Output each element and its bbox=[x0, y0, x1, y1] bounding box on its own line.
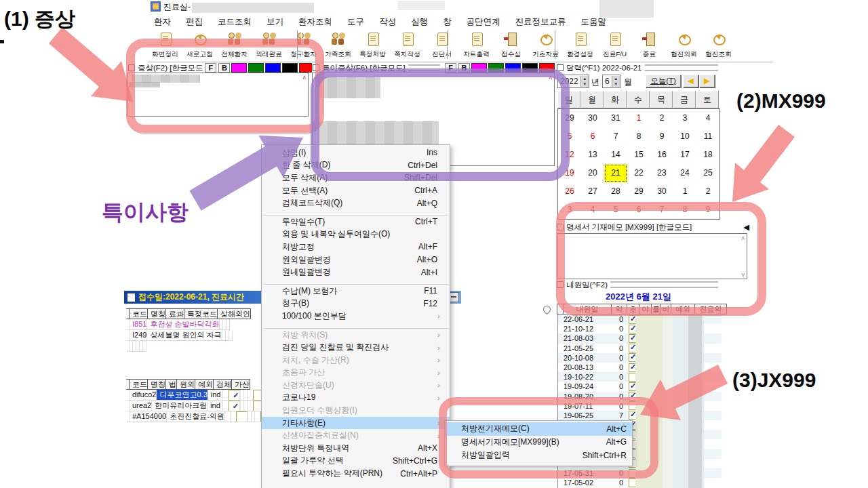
menu-bar-item[interactable]: 환자 bbox=[146, 15, 178, 29]
menu-bar-item[interactable]: 창 bbox=[435, 15, 459, 29]
calendar-day[interactable]: 28 bbox=[604, 182, 627, 201]
calendar-day[interactable]: 16 bbox=[650, 146, 673, 164]
visits-column-header[interactable]: 진료의 bbox=[694, 304, 727, 314]
calendar-day[interactable]: 8 bbox=[673, 201, 696, 219]
prescription-column-header[interactable]: 코드 bbox=[129, 379, 148, 390]
scroll-down-icon[interactable]: ∨ bbox=[741, 272, 745, 277]
visits-column-header[interactable]: 예외 bbox=[671, 304, 695, 314]
calendar-day[interactable]: 5 bbox=[604, 201, 627, 219]
calendar-day[interactable]: 5 bbox=[558, 127, 581, 146]
prescription-column-header[interactable]: 원외 bbox=[176, 379, 195, 390]
calendar-day[interactable]: 1 bbox=[627, 109, 650, 127]
calendar-day[interactable]: 31 bbox=[604, 109, 627, 127]
context-menu-item[interactable]: 청구(B) F12 bbox=[262, 298, 450, 310]
calendar-month-spinner[interactable]: 6▲▼ bbox=[602, 75, 620, 88]
context-menu-item[interactable] bbox=[262, 323, 450, 329]
calendar-day[interactable]: 3 bbox=[558, 201, 581, 219]
calendar-day[interactable]: 23 bbox=[650, 164, 673, 182]
external-rx-checkbox[interactable] bbox=[236, 411, 248, 422]
collapse-left-icon[interactable]: ◀ bbox=[743, 222, 749, 232]
calendar-next-button[interactable]: ▶ bbox=[699, 75, 715, 87]
color-swatch-black[interactable] bbox=[282, 63, 298, 73]
context-menu-item[interactable]: 모두 삭제(A) Shift+Del bbox=[262, 171, 450, 184]
context-menu-item[interactable]: 검체코드삭제(Q) Alt+Q bbox=[262, 197, 450, 209]
calendar-day[interactable]: 14 bbox=[604, 146, 627, 164]
toolbar-button[interactable]: 쪽지작성 bbox=[390, 30, 425, 59]
pin-icon[interactable] bbox=[449, 292, 459, 302]
context-menu-item[interactable]: 기타사항(E) › bbox=[262, 417, 450, 430]
toolbar-button[interactable]: 전체환자 bbox=[217, 30, 252, 59]
submenu-item[interactable]: 처방일괄입력 Shift+Ctrl+R bbox=[445, 449, 632, 462]
calendar-day[interactable]: 11 bbox=[696, 127, 719, 146]
panel-grip-icon[interactable] bbox=[557, 64, 564, 71]
context-menu-item[interactable] bbox=[262, 209, 450, 216]
calendar-day[interactable]: 9 bbox=[650, 127, 673, 146]
toolbar-button[interactable]: 화면정리 bbox=[148, 30, 182, 59]
scroll-up-icon[interactable]: ∧ bbox=[741, 235, 745, 241]
panel-grip-icon[interactable] bbox=[557, 281, 564, 288]
calendar-day[interactable]: 12 bbox=[558, 146, 581, 164]
calendar-prev-button[interactable]: ◀ bbox=[683, 75, 698, 87]
context-menu-item[interactable]: 처치, 수술 가산(R) › bbox=[262, 354, 450, 367]
toolbar-button[interactable]: 청구환자 bbox=[286, 30, 321, 59]
bold-button[interactable]: B bbox=[458, 63, 470, 73]
calendar-day[interactable]: 6 bbox=[581, 127, 604, 146]
panel-grip-icon[interactable] bbox=[128, 64, 135, 71]
context-menu-item[interactable]: 코로나19 › bbox=[262, 392, 450, 405]
visits-column-header[interactable]: 비 bbox=[660, 304, 671, 314]
toolbar-button[interactable]: 접수실 bbox=[494, 30, 528, 59]
symptom-text-area[interactable]: ∧ bbox=[127, 73, 309, 117]
calendar-year-spinner[interactable]: 2022▲▼ bbox=[557, 75, 589, 88]
calendar-day[interactable]: 20 bbox=[581, 164, 604, 182]
context-menu-item[interactable] bbox=[262, 279, 450, 285]
visits-column-header[interactable]: 룰 bbox=[651, 304, 661, 314]
diagnosis-column-header[interactable]: 코드 bbox=[129, 308, 148, 319]
color-swatch-blue[interactable] bbox=[505, 63, 521, 73]
color-swatch-red[interactable] bbox=[539, 63, 555, 73]
prescription-column-header[interactable]: 예외 bbox=[195, 379, 214, 390]
calendar-day[interactable]: 30 bbox=[650, 182, 673, 201]
context-menu-item[interactable]: 일괄 가루약 선택 Shift+Ctrl+G bbox=[262, 455, 450, 468]
external-rx-checkbox[interactable] bbox=[229, 390, 240, 401]
calendar-day[interactable]: 29 bbox=[627, 182, 650, 201]
context-menu-item[interactable]: 외용 및 내복약 실투여일수(O) bbox=[262, 228, 450, 241]
menu-bar-item[interactable]: 코드조회 bbox=[210, 15, 259, 29]
context-menu-item[interactable]: 삽입(I) Ins bbox=[262, 146, 450, 159]
menu-bar-item[interactable]: 도움말 bbox=[574, 15, 614, 29]
context-menu-item[interactable]: 한 줄 삭제(D) Ctrl+Del bbox=[262, 159, 450, 172]
toolbar-button[interactable]: 외래완료 bbox=[252, 30, 286, 59]
context-menu-item[interactable]: 모두 선택(A) Ctrl+A bbox=[262, 184, 450, 197]
color-swatch-magenta[interactable] bbox=[231, 63, 247, 73]
prescription-column-header[interactable]: 명칭 bbox=[147, 379, 166, 390]
calendar-day[interactable]: 9 bbox=[696, 201, 719, 219]
diagnosis-column-header[interactable]: 료과 bbox=[165, 308, 184, 319]
visits-column-header[interactable]: 초 bbox=[627, 304, 639, 314]
calendar-day[interactable]: 25 bbox=[696, 164, 719, 182]
external-rx-checkbox[interactable] bbox=[229, 401, 240, 411]
context-menu-item[interactable]: 원외일괄변경 Alt+O bbox=[262, 253, 450, 266]
panel-grip-icon[interactable] bbox=[557, 224, 564, 230]
context-menu-item[interactable]: 검진 당일 진찰료 및 확진검사 › bbox=[262, 341, 450, 354]
toolbar-button[interactable]: 새로고침 bbox=[182, 30, 217, 59]
menu-bar-item[interactable]: 진료정보교류 bbox=[508, 15, 574, 29]
memo-text-area[interactable]: ∧ ∨ bbox=[557, 233, 747, 279]
diagnosis-column-header[interactable]: 명칭 bbox=[147, 308, 166, 319]
spinner-updown-icon[interactable]: ▲▼ bbox=[612, 76, 620, 87]
toolbar-button[interactable]: 진료F/U bbox=[597, 30, 632, 59]
calendar-day[interactable]: 18 bbox=[696, 146, 719, 164]
context-menu-item[interactable]: 필요시 투약하는 약제(PRN) Ctrl+Alt+P bbox=[262, 467, 450, 480]
toolbar-button[interactable]: 협진의뢰 bbox=[667, 30, 701, 59]
scroll-up-icon[interactable]: ∧ bbox=[302, 75, 307, 80]
menu-bar-item[interactable]: 보기 bbox=[259, 15, 291, 29]
font-button[interactable]: F bbox=[205, 63, 216, 73]
toolbar-button[interactable]: 가족조회 bbox=[321, 30, 355, 59]
calendar-day[interactable]: 3 bbox=[673, 109, 696, 127]
context-menu-item[interactable]: 처방 위치(S) › bbox=[262, 329, 450, 342]
submenu-item[interactable]: 처방전기재메모(C) Alt+C bbox=[445, 422, 632, 436]
calendar-day[interactable]: 13 bbox=[581, 146, 604, 164]
toolbar-button[interactable]: 차트출력 bbox=[459, 30, 494, 59]
calendar-day[interactable]: 8 bbox=[627, 127, 650, 146]
calendar-day[interactable]: 22 bbox=[627, 164, 650, 182]
context-menu-item[interactable]: 처방고정 Alt+F bbox=[262, 241, 450, 253]
calendar-day[interactable]: 1 bbox=[673, 182, 696, 201]
